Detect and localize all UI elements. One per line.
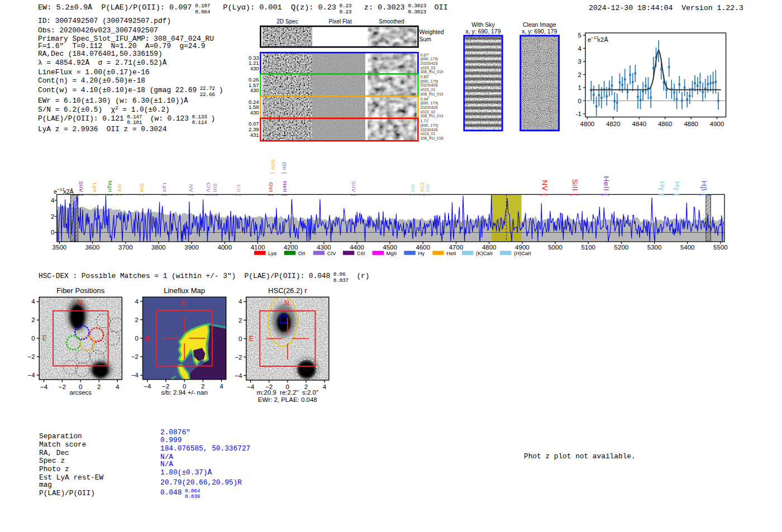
svg-text:0: 0 <box>31 335 35 342</box>
svg-text:OII: OII <box>298 250 306 256</box>
svg-text:5100: 5100 <box>581 244 595 251</box>
svg-text:308_RU_019: 308_RU_019 <box>421 70 444 74</box>
svg-text:SiIV {: SiIV { <box>78 181 84 196</box>
svg-text:3700: 3700 <box>118 244 133 251</box>
svg-text:5300: 5300 <box>647 244 662 251</box>
svg-text:N: N <box>284 299 289 307</box>
svg-text:3800: 3800 <box>151 244 166 251</box>
svg-text:Hβ {: Hβ { <box>700 181 708 196</box>
svg-text:x, y: 690, 179: x, y: 690, 179 <box>522 28 557 35</box>
svg-text:SiIV {: SiIV { <box>270 159 276 174</box>
svg-text:2: 2 <box>97 384 101 390</box>
svg-text:NV {: NV { <box>541 180 549 196</box>
svg-text:308_RU_019: 308_RU_019 <box>421 114 444 118</box>
svg-text:4: 4 <box>220 383 223 390</box>
svg-text:4880: 4880 <box>684 121 698 127</box>
svg-text:CII {: CII { <box>236 184 242 196</box>
svg-text:Sum: Sum <box>419 36 432 42</box>
svg-text:20200426: 20200426 <box>421 83 438 87</box>
svg-text:N: N <box>181 299 186 307</box>
svg-text:4: 4 <box>51 197 55 204</box>
svg-text:4: 4 <box>135 298 139 305</box>
svg-text:−4: −4 <box>247 384 255 390</box>
svg-text:(H)CaII: (H)CaII <box>514 250 531 256</box>
svg-text:OII {: OII { <box>410 184 416 196</box>
svg-text:430: 430 <box>250 65 259 71</box>
svg-text:2: 2 <box>31 317 35 323</box>
svg-text:0: 0 <box>51 229 54 236</box>
svg-text:2D Spec: 2D Spec <box>276 18 298 25</box>
svg-text:CIV {: CIV { <box>419 183 426 196</box>
svg-text:0: 0 <box>135 335 139 342</box>
svg-text:−2: −2 <box>28 353 35 360</box>
svg-text:Weighted: Weighted <box>419 28 444 35</box>
svg-text:HeII: HeII <box>446 250 456 256</box>
svg-text:3500: 3500 <box>53 244 67 251</box>
svg-text:3600: 3600 <box>85 244 100 251</box>
svg-text:1: 1 <box>578 84 581 91</box>
svg-text:EWr: 2, PLAE: 0.048: EWr: 2, PLAE: 0.048 <box>258 396 317 403</box>
svg-text:MgII: MgII <box>387 250 397 256</box>
svg-text:MgII {: MgII { <box>107 180 113 196</box>
svg-text:x, y: 690, 179: x, y: 690, 179 <box>465 28 500 35</box>
svg-text:5400: 5400 <box>680 244 695 251</box>
svg-text:4: 4 <box>239 298 242 305</box>
svg-text:2: 2 <box>51 213 54 220</box>
svg-text:−4: −4 <box>131 372 139 378</box>
svg-text:−2: −2 <box>131 353 139 360</box>
svg-text:E: E <box>145 335 150 343</box>
svg-text:5000: 5000 <box>548 244 562 251</box>
svg-text:20200426: 20200426 <box>421 61 438 65</box>
svg-text:s/b: 2.94 +/- nan: s/b: 2.94 +/- nan <box>161 389 207 396</box>
svg-text:−2: −2 <box>59 384 66 390</box>
svg-text:E: E <box>249 335 254 343</box>
svg-text:4900: 4900 <box>710 121 724 127</box>
svg-text:SiII {: SiII { <box>139 183 145 196</box>
svg-text:4860: 4860 <box>658 121 673 127</box>
svg-text:Hγ: Hγ <box>418 250 425 256</box>
svg-text:4800: 4800 <box>580 121 595 127</box>
svg-text:OII {: OII { <box>282 162 288 174</box>
svg-text:NV {: NV { <box>117 184 123 196</box>
svg-text:−2: −2 <box>235 354 242 361</box>
svg-text:4: 4 <box>578 45 582 52</box>
svg-text:0.83": 0.83" <box>421 75 430 79</box>
svg-text:N: N <box>78 299 83 307</box>
svg-text:0.67": 0.67" <box>421 53 430 57</box>
svg-text:0: 0 <box>578 98 581 104</box>
svg-text:4200: 4200 <box>284 244 298 251</box>
svg-text:5500: 5500 <box>713 244 728 251</box>
svg-text:4: 4 <box>116 384 120 390</box>
svg-text:Smoothed: Smoothed <box>379 18 404 25</box>
svg-text:2: 2 <box>239 317 242 324</box>
svg-text:SiII {: SiII { <box>212 183 218 196</box>
svg-text:OVI {: OVI { <box>268 182 274 196</box>
svg-text:CIV: CIV <box>327 250 337 256</box>
svg-text:HeII {: HeII { <box>282 181 288 196</box>
svg-text:Lyα: Lyα <box>268 250 277 256</box>
svg-text:5: 5 <box>578 32 581 39</box>
svg-text:431: 431 <box>250 132 259 138</box>
svg-text:20200426: 20200426 <box>421 128 438 132</box>
svg-text:Fiber Positions: Fiber Positions <box>56 286 104 295</box>
svg-text:m:20.9 re:2.2" s:2.0": m:20.9 re:2.2" s:2.0" <box>257 389 318 396</box>
svg-text:CIII: CIII <box>357 250 365 256</box>
svg-text:Clean Image: Clean Image <box>523 21 556 28</box>
svg-text:3900: 3900 <box>184 244 199 251</box>
svg-text:-1: -1 <box>576 111 581 117</box>
svg-text:CIV {: CIV { <box>206 183 212 196</box>
svg-text:Pixel Flat: Pixel Flat <box>329 18 352 25</box>
svg-text:arcsecs: arcsecs <box>69 389 92 396</box>
svg-text:4000: 4000 <box>218 244 232 251</box>
svg-text:−4: −4 <box>40 384 48 390</box>
svg-text:0.94": 0.94" <box>421 97 430 101</box>
svg-text:Hγ {: Hγ { <box>673 181 681 196</box>
svg-text:3: 3 <box>578 58 581 65</box>
svg-text:E: E <box>42 334 47 342</box>
svg-text:308_RU_019: 308_RU_019 <box>421 92 444 97</box>
svg-text:OII {: OII { <box>425 184 431 196</box>
svg-text:Lyα {: Lyα { <box>162 183 168 196</box>
svg-text:2: 2 <box>135 317 139 323</box>
svg-text:(K)CaII: (K)CaII <box>476 250 493 256</box>
svg-text:−4: −4 <box>28 372 36 378</box>
